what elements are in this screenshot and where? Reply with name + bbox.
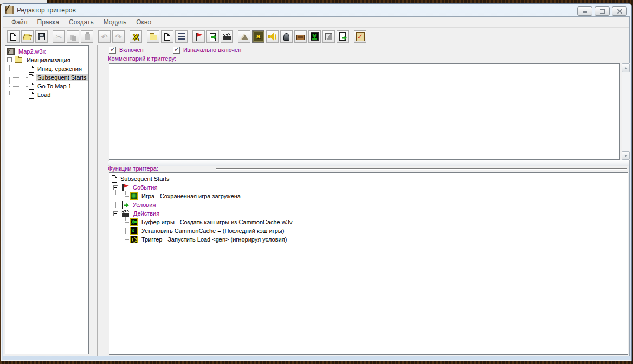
- clapperboard-icon: [223, 34, 231, 40]
- new-action-button[interactable]: [221, 30, 233, 43]
- tree-connector: [9, 77, 28, 78]
- trigger-detail-pane: ✓ Включен ✓ Изначально включен Комментар…: [98, 45, 628, 356]
- function-trigger-name-row[interactable]: Subsequent Starts: [112, 174, 171, 183]
- title-bar[interactable]: Редактор триггеров: [1, 4, 631, 16]
- condition-arrow-icon: [209, 33, 217, 41]
- menu-module[interactable]: Модуль: [99, 17, 132, 27]
- enabled-label: Включен: [119, 47, 144, 53]
- ai-editor-button[interactable]: [308, 30, 321, 43]
- menu-bar: Файл Правка Создать Модуль Окно: [3, 17, 629, 28]
- scissors-icon: ✂: [56, 33, 62, 41]
- client-area: Файл Правка Создать Модуль Окно ✂ ↶ ↷ X: [3, 16, 630, 356]
- window-title: Редактор триггеров: [17, 6, 76, 14]
- import-manager-button[interactable]: [337, 30, 349, 43]
- comment-vertical-scrollbar[interactable]: [622, 63, 630, 160]
- conditions-header-row[interactable]: Условия: [122, 200, 157, 209]
- document-icon: [29, 92, 34, 99]
- expand-collapse-box[interactable]: [7, 57, 12, 62]
- minimize-button[interactable]: [577, 6, 592, 16]
- function-trigger-name: Subsequent Starts: [119, 176, 171, 182]
- game-cache-icon: X=: [130, 227, 138, 235]
- checkmark-icon: ✓: [174, 46, 179, 53]
- comment-lines-icon: [178, 33, 185, 40]
- new-event-button[interactable]: [192, 30, 205, 43]
- undo-button[interactable]: ↶: [98, 30, 111, 43]
- paste-button[interactable]: [81, 30, 93, 43]
- tree-trigger-row-selected[interactable]: Subsequent Starts: [29, 73, 88, 82]
- cube-icon: [325, 33, 332, 40]
- red-check-icon: ✓: [356, 32, 365, 41]
- scroll-down-button[interactable]: [622, 151, 630, 160]
- copy-icon: [70, 35, 74, 40]
- menu-window[interactable]: Окно: [131, 17, 156, 27]
- events-header-row[interactable]: События: [122, 183, 158, 192]
- trigger-label: Go To Map 1: [36, 83, 73, 89]
- new-category-button[interactable]: [147, 30, 159, 43]
- trigger-tree-panel[interactable]: Map2.w3x Инициализация Иниц. сражения Su…: [5, 45, 89, 354]
- trigger-label: Subsequent Starts: [36, 74, 88, 81]
- comment-textarea[interactable]: [109, 63, 620, 160]
- import-page-icon: [339, 32, 347, 41]
- redo-button[interactable]: ↷: [112, 30, 125, 43]
- new-document-icon: [10, 33, 16, 41]
- window-controls: [577, 6, 627, 16]
- delete-button[interactable]: X: [130, 30, 142, 43]
- mountain-icon: [240, 34, 248, 40]
- maximize-button[interactable]: [595, 6, 610, 16]
- trigger-label: Load: [36, 92, 51, 98]
- sound-editor-button[interactable]: [266, 30, 279, 43]
- close-button[interactable]: [612, 6, 627, 16]
- document-icon: [29, 83, 34, 90]
- actions-header-row[interactable]: Действия: [122, 209, 160, 218]
- green-face-icon: [311, 32, 319, 41]
- campaign-editor-button[interactable]: [294, 30, 307, 43]
- new-comment-button[interactable]: [175, 30, 188, 43]
- test-map-button[interactable]: ✓: [354, 30, 366, 43]
- scroll-icon: [5, 6, 14, 14]
- object-manager-button[interactable]: [322, 30, 335, 43]
- trigger-editor-button[interactable]: a: [252, 30, 264, 43]
- initially-on-label: Изначально включен: [183, 47, 241, 53]
- desktop-background: Редактор триггеров Файл Правка Создать М…: [0, 0, 633, 364]
- functions-splitter[interactable]: [216, 168, 627, 170]
- object-editor-button[interactable]: [280, 30, 293, 43]
- cut-button[interactable]: ✂: [53, 30, 65, 43]
- open-map-button[interactable]: [21, 30, 34, 43]
- undo-arrow-icon: ↶: [101, 33, 108, 41]
- scroll-up-button[interactable]: [622, 63, 630, 72]
- initially-on-checkbox-group: ✓ Изначально включен: [173, 46, 241, 54]
- new-trigger-button[interactable]: [161, 30, 173, 43]
- menu-file[interactable]: Файл: [7, 17, 33, 27]
- expand-collapse-box[interactable]: [113, 185, 118, 190]
- terrain-editor-button[interactable]: [238, 30, 250, 43]
- comment-horizontal-scrollbar[interactable]: [108, 160, 630, 166]
- tree-category-row[interactable]: Инициализация: [15, 56, 72, 64]
- content-area: Map2.w3x Инициализация Иниц. сражения Su…: [3, 45, 629, 356]
- functions-tree-panel[interactable]: Subsequent Starts События Игра - Сохране…: [109, 172, 628, 355]
- expand-collapse-box[interactable]: [113, 211, 118, 216]
- tree-trigger-row[interactable]: Load: [29, 90, 51, 99]
- condition-arrow-icon: [122, 201, 130, 209]
- copy-button[interactable]: [67, 30, 79, 43]
- paste-icon: [85, 34, 90, 40]
- menu-create[interactable]: Создать: [64, 17, 99, 27]
- save-map-button[interactable]: [35, 30, 48, 43]
- event-item-row[interactable]: Игра - Сохраненная игра загружена: [130, 192, 242, 200]
- initially-on-checkbox[interactable]: ✓: [173, 47, 180, 54]
- tree-trigger-row[interactable]: Go To Map 1: [29, 82, 73, 90]
- tree-trigger-row[interactable]: Иниц. сражения: [29, 64, 83, 73]
- tree-root-row[interactable]: Map2.w3x: [7, 47, 47, 56]
- actions-label: Действия: [132, 210, 160, 217]
- menu-edit[interactable]: Правка: [33, 17, 64, 27]
- tree-connector: [125, 239, 130, 240]
- gear-icon: [130, 236, 138, 243]
- action-item-row[interactable]: X= Установить CammonCache = (Последний к…: [130, 226, 285, 235]
- new-condition-button[interactable]: [206, 30, 219, 43]
- action-item-row[interactable]: Триггер - Запустить Load <gen> (игнориру…: [130, 235, 288, 244]
- enabled-checkbox[interactable]: ✓: [109, 47, 116, 54]
- new-map-button[interactable]: [7, 30, 20, 43]
- scroll-icon: [7, 48, 15, 55]
- action-item-row[interactable]: X= Буфер игры - Создать кэш игры из Camm…: [130, 218, 293, 226]
- open-folder-icon: [23, 35, 32, 40]
- events-label: События: [132, 184, 158, 191]
